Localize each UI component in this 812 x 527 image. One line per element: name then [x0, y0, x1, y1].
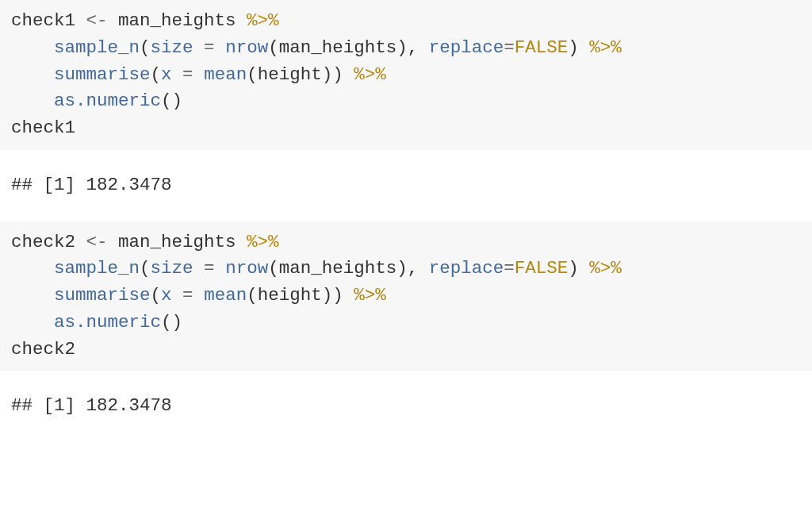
code-token: [11, 285, 54, 306]
code-token: (: [140, 37, 151, 58]
page: check1 <- man_heights %>% sample_n(size …: [0, 0, 812, 458]
code-token: =: [504, 37, 515, 58]
output-block-2: ## [1] 182.3478: [0, 385, 812, 428]
code-line: as.numeric(): [11, 310, 801, 337]
code-token: =: [204, 37, 215, 58]
code-token: (: [151, 285, 162, 306]
code-token: (man_heights),: [268, 258, 429, 279]
code-token: check1: [11, 117, 75, 138]
code-token: [193, 285, 205, 306]
code-token: =: [182, 285, 193, 306]
code-token: [11, 258, 54, 279]
code-line: sample_n(size = nrow(man_heights), repla…: [11, 35, 801, 62]
code-token: [172, 64, 183, 85]
code-token: sample_n: [54, 258, 140, 279]
code-token: check1: [11, 10, 86, 31]
code-token: [172, 285, 183, 306]
code-line: check1: [11, 115, 801, 142]
code-token: [11, 37, 54, 58]
code-block-1: check1 <- man_heights %>% sample_n(size …: [0, 0, 812, 150]
code-token: as.numeric: [54, 90, 161, 111]
code-token: %>%: [589, 37, 622, 58]
code-token: [193, 37, 205, 58]
code-token: x: [161, 285, 172, 306]
code-token: [11, 64, 54, 85]
code-token: %>%: [354, 285, 386, 306]
code-token: %>%: [589, 258, 622, 279]
code-token: summarise: [54, 64, 151, 85]
code-token: %>%: [354, 64, 386, 85]
code-token: [11, 312, 54, 333]
code-token: (): [161, 312, 182, 333]
code-line: summarise(x = mean(height)) %>%: [11, 62, 801, 89]
code-token: (height)): [247, 285, 354, 306]
output-block-1: ## [1] 182.3478: [0, 164, 812, 207]
code-token: man_heights: [108, 232, 247, 252]
code-token: <-: [86, 232, 108, 252]
code-token: =: [182, 64, 193, 85]
code-line: sample_n(size = nrow(man_heights), repla…: [11, 256, 801, 283]
code-token: replace: [429, 37, 504, 58]
code-token: [215, 258, 226, 279]
code-token: %>%: [247, 232, 279, 252]
code-token: [193, 258, 205, 279]
code-token: check2: [11, 232, 86, 252]
code-token: =: [504, 258, 515, 279]
code-token: as.numeric: [54, 312, 161, 333]
code-token: replace: [429, 258, 504, 279]
code-token: nrow: [225, 37, 268, 58]
code-token: ): [568, 37, 589, 58]
code-token: mean: [204, 285, 247, 306]
code-token: size: [151, 37, 193, 58]
code-token: <-: [86, 10, 108, 31]
code-token: =: [204, 258, 215, 279]
code-block-2: check2 <- man_heights %>% sample_n(size …: [0, 221, 812, 371]
code-token: [11, 90, 54, 111]
code-token: (): [161, 90, 182, 111]
code-token: summarise: [54, 285, 151, 306]
code-token: x: [161, 64, 172, 85]
code-token: size: [151, 258, 193, 279]
code-token: (height)): [247, 64, 354, 85]
code-line: check2 <- man_heights %>%: [11, 229, 801, 256]
code-line: summarise(x = mean(height)) %>%: [11, 283, 801, 310]
code-token: nrow: [225, 258, 268, 279]
code-line: as.numeric(): [11, 88, 801, 115]
code-token: FALSE: [515, 258, 569, 279]
code-token: [215, 37, 226, 58]
code-token: (man_heights),: [268, 37, 429, 58]
code-line: check2: [11, 337, 801, 364]
code-token: sample_n: [54, 37, 140, 58]
code-token: FALSE: [515, 37, 569, 58]
code-token: [193, 64, 205, 85]
code-line: check1 <- man_heights %>%: [11, 8, 801, 35]
code-token: ): [568, 258, 589, 279]
code-token: %>%: [247, 10, 279, 31]
code-token: (: [151, 64, 162, 85]
code-token: man_heights: [108, 10, 247, 31]
code-token: mean: [204, 64, 247, 85]
code-token: (: [140, 258, 151, 279]
code-token: check2: [11, 339, 75, 360]
